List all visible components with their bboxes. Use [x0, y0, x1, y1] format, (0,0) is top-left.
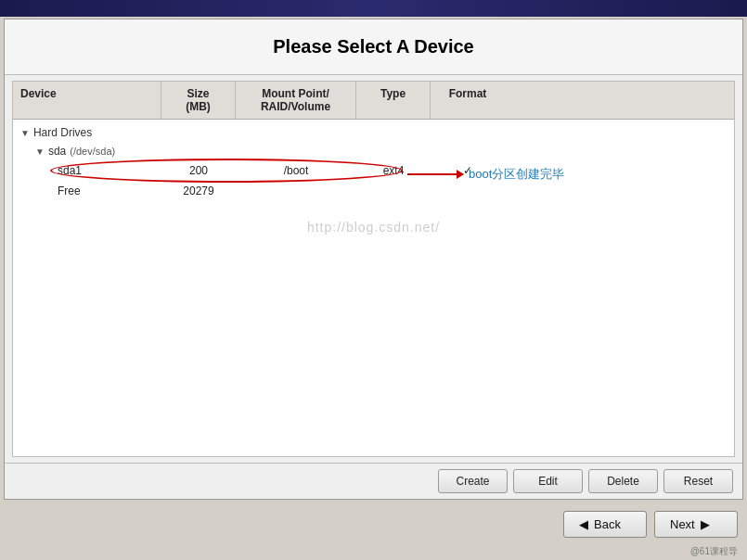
- cell-type: [356, 189, 431, 193]
- cell-mount: /boot: [236, 162, 356, 179]
- device-table: Device Size(MB) Mount Point/RAID/Volume …: [12, 81, 735, 457]
- cell-type: ext4: [356, 162, 431, 179]
- next-label: Next: [670, 517, 695, 531]
- next-icon: ▶: [701, 517, 710, 531]
- dev-path: (/dev/sda): [70, 146, 115, 157]
- subgroup-label: sda: [48, 145, 66, 158]
- group-label: Hard Drives: [33, 126, 92, 139]
- table-header: Device Size(MB) Mount Point/RAID/Volume …: [13, 82, 734, 120]
- footer-note: @61课程导: [0, 545, 747, 560]
- nav-buttons: ◀ Back Next ▶: [0, 503, 747, 545]
- action-buttons: Create Edit Delete Reset: [5, 463, 742, 499]
- cell-format: ✓: [431, 162, 505, 179]
- group-arrow: ▼: [20, 128, 30, 138]
- cell-mount: [236, 189, 356, 193]
- col-size: Size(MB): [161, 82, 236, 119]
- subgroup-arrow: ▼: [35, 146, 45, 157]
- main-window: Please Select A Device Device Size(MB) M…: [4, 19, 743, 500]
- top-bar: [0, 0, 747, 17]
- next-button[interactable]: Next ▶: [654, 511, 738, 538]
- cell-size: 20279: [161, 183, 236, 199]
- cell-format: [431, 189, 505, 193]
- cell-device: sda1: [13, 162, 161, 179]
- create-button[interactable]: Create: [438, 469, 508, 493]
- page-title: Please Select A Device: [5, 19, 742, 75]
- group-hard-drives: ▼ Hard Drives: [13, 123, 734, 142]
- reset-button[interactable]: Reset: [663, 469, 733, 493]
- watermark: http://blog.csdn.net/: [13, 201, 734, 253]
- edit-button[interactable]: Edit: [513, 469, 583, 493]
- col-type: Type: [356, 82, 431, 119]
- col-mount: Mount Point/RAID/Volume: [236, 82, 356, 119]
- table-row[interactable]: Free 20279: [13, 181, 734, 201]
- table-body: ▼ Hard Drives ▼ sda (/dev/sda) sda1 200 …: [13, 120, 734, 257]
- col-device: Device: [13, 82, 161, 119]
- cell-size: 200: [161, 162, 236, 179]
- sub-group-sda: ▼ sda (/dev/sda): [13, 142, 734, 160]
- back-button[interactable]: ◀ Back: [563, 511, 647, 538]
- col-format: Format: [431, 82, 505, 119]
- back-icon: ◀: [579, 517, 588, 531]
- delete-button[interactable]: Delete: [588, 469, 658, 493]
- back-label: Back: [594, 517, 621, 531]
- table-row[interactable]: sda1 200 /boot ext4 ✓: [13, 160, 734, 181]
- cell-device: Free: [13, 183, 161, 199]
- sda1-annotation-container: sda1 200 /boot ext4 ✓ boot分区创建完毕: [13, 160, 734, 181]
